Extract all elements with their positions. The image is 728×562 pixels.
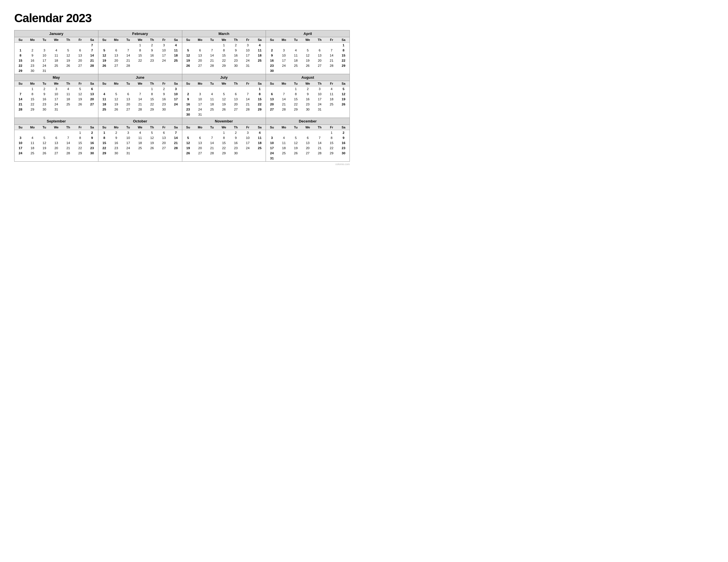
day-cell: 3 [38,48,50,53]
day-cell: 8 [26,92,38,97]
day-header-su: Su [98,81,110,86]
day-header-sa: Sa [338,37,349,43]
day-header-su: Su [182,125,194,130]
day-cell [182,43,194,48]
day-cell: 2 [158,86,170,92]
week-row: 17181920212223 [15,146,98,151]
day-cell: 21 [314,146,326,151]
day-cell [50,43,62,48]
day-cell: 2 [86,130,98,136]
week-row: 2345678 [266,48,349,53]
day-cell: 4 [62,86,74,92]
day-cell: 5 [110,92,122,97]
day-cell [302,43,314,48]
week-row [98,112,182,114]
day-cell: 3 [242,130,254,136]
day-cell: 28 [326,63,338,68]
day-cell: 14 [15,97,26,102]
day-cell: 5 [182,48,194,53]
day-cell: 4 [26,135,38,140]
week-row: 7 [15,43,98,48]
day-cell: 19 [182,146,194,151]
month-table: SuMoTuWeThFrSa12345678910111213141516171… [15,81,98,114]
day-cell: 17 [122,140,134,146]
day-header-tu: Tu [290,125,302,130]
week-row: 12131415161718 [182,140,266,146]
day-cell: 31 [314,107,326,112]
day-cell [314,130,326,136]
day-cell: 21 [86,58,98,63]
week-row: 12 [15,130,98,136]
day-cell: 17 [194,102,206,107]
day-cell [122,86,134,92]
day-cell: 9 [338,135,349,140]
day-header-su: Su [182,37,194,43]
day-cell: 6 [194,48,206,53]
day-cell [326,43,338,48]
day-cell: 26 [62,63,74,68]
day-cell: 8 [290,92,302,97]
day-cell: 26 [338,102,349,107]
day-cell: 17 [158,53,170,58]
day-cell [242,86,254,92]
day-cell [326,107,338,112]
day-cell: 18 [278,146,290,151]
day-cell: 28 [134,107,146,112]
day-cell: 29 [326,151,338,156]
day-cell [290,130,302,136]
day-cell: 14 [122,53,134,58]
day-cell: 6 [230,92,242,97]
day-header-fr: Fr [158,81,170,86]
day-cell: 29 [26,107,38,112]
day-cell: 30 [338,151,349,156]
day-cell: 2 [230,130,242,136]
week-row: 28293031 [15,107,98,112]
day-header-mo: Mo [26,125,38,130]
week-row: 17181920212223 [266,146,349,151]
month-title: February [98,30,182,37]
day-cell: 11 [50,53,62,58]
week-row: 22232425262728 [15,63,98,68]
week-row [98,68,182,71]
day-cell: 1 [74,130,86,136]
day-cell: 26 [182,63,194,68]
week-row: 16171819202122 [266,58,349,63]
day-cell: 23 [302,102,314,107]
day-cell [38,43,50,48]
day-cell: 5 [290,135,302,140]
day-header-we: We [50,81,62,86]
month-table: SuMoTuWeThFrSa12345678910111213141516171… [98,37,182,71]
day-header-su: Su [98,37,110,43]
day-cell: 4 [326,86,338,92]
day-cell [314,156,326,161]
day-cell: 9 [38,92,50,97]
day-cell: 6 [266,92,278,97]
day-cell [62,43,74,48]
day-cell: 16 [26,58,38,63]
day-cell: 19 [218,102,230,107]
day-cell: 22 [134,58,146,63]
month-title: September [15,118,98,125]
day-cell: 20 [266,102,278,107]
day-cell: 21 [62,146,74,151]
day-cell: 5 [62,48,74,53]
day-cell: 12 [218,97,230,102]
day-cell: 10 [158,48,170,53]
month-block-may: MaySuMoTuWeThFrSa12345678910111213141516… [15,74,98,118]
day-cell: 28 [170,146,182,151]
day-cell: 20 [314,58,326,63]
day-header-su: Su [15,81,26,86]
day-cell [278,156,290,161]
day-cell: 6 [86,86,98,92]
day-cell: 2 [26,48,38,53]
day-cell: 22 [26,102,38,107]
day-cell: 30 [110,151,122,156]
day-cell: 13 [194,53,206,58]
day-cell: 30 [158,107,170,112]
day-header-we: We [218,81,230,86]
day-cell: 31 [266,156,278,161]
day-cell: 8 [254,92,266,97]
day-cell [110,43,122,48]
month-block-january: JanuarySuMoTuWeThFrSa7123456789101112131… [15,30,98,74]
day-cell: 22 [74,146,86,151]
